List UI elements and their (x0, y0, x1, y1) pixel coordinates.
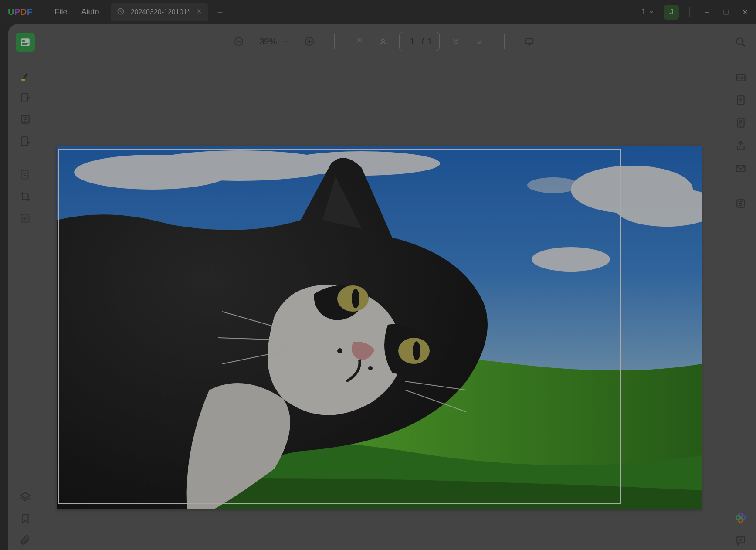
bookmark-tool[interactable] (16, 509, 35, 528)
tab-title: 20240320-120101* (131, 8, 190, 16)
zoom-label: 39% (255, 37, 281, 47)
separator (19, 158, 31, 158)
last-page-button[interactable] (472, 34, 487, 49)
svg-rect-15 (21, 93, 27, 102)
separator (735, 186, 747, 186)
save-tool[interactable] (731, 194, 750, 213)
page-input[interactable]: / 1 (399, 32, 440, 51)
left-sidebar: ab (8, 24, 43, 550)
svg-rect-32 (737, 119, 744, 127)
convert-tool[interactable] (731, 91, 750, 110)
window-count-label: 1 (641, 7, 646, 17)
highlight-tool[interactable] (16, 66, 35, 85)
zoom-dropdown[interactable]: 39% (255, 37, 293, 47)
comment-tool[interactable] (16, 132, 35, 151)
svg-point-27 (736, 38, 743, 44)
document-icon (117, 7, 125, 17)
titlebar-right: 1 J (638, 5, 752, 20)
svg-point-66 (352, 289, 359, 308)
maximize-button[interactable] (719, 6, 732, 19)
svg-rect-33 (739, 122, 742, 125)
separator (504, 34, 505, 49)
svg-point-63 (337, 348, 342, 353)
redact-tool[interactable] (16, 165, 35, 184)
email-tool[interactable] (731, 159, 750, 178)
svg-line-1 (118, 9, 123, 14)
svg-point-68 (413, 341, 420, 360)
crop-tool[interactable] (16, 187, 35, 206)
svg-text:ab: ab (23, 216, 28, 221)
svg-rect-21 (21, 170, 28, 179)
separator (19, 59, 31, 59)
layers-tool[interactable] (16, 487, 35, 506)
form-tool[interactable]: ab (16, 209, 35, 228)
top-toolbar: 39% / 1 (43, 24, 725, 59)
svg-rect-14 (21, 79, 25, 81)
avatar-initial: J (669, 7, 674, 17)
chevron-down-icon (284, 39, 289, 44)
prev-page-button[interactable] (376, 34, 390, 49)
svg-point-64 (368, 366, 373, 370)
svg-rect-11 (22, 40, 25, 42)
next-page-button[interactable] (448, 34, 463, 49)
svg-marker-26 (20, 492, 30, 498)
user-avatar[interactable]: J (664, 5, 679, 20)
zoom-out-button[interactable] (231, 34, 246, 49)
titlebar: UPDF File Aiuto 20240320-120101* 1 J (0, 0, 756, 24)
page-separator: / (421, 37, 424, 47)
edit-tool[interactable] (16, 88, 35, 107)
close-button[interactable] (739, 6, 752, 19)
document-tab[interactable]: 20240320-120101* (111, 3, 208, 21)
canvas-area[interactable] (43, 59, 725, 550)
app-logo: UPDF (8, 7, 32, 17)
document-page[interactable] (57, 146, 702, 509)
first-page-button[interactable] (352, 34, 367, 49)
zoom-in-button[interactable] (302, 34, 317, 49)
svg-marker-46 (285, 41, 288, 43)
tab-close-button[interactable] (196, 8, 202, 16)
page-current-input[interactable] (407, 37, 418, 47)
page-tool[interactable] (16, 110, 35, 129)
svg-text:OCR: OCR (736, 76, 745, 80)
ocr-tool[interactable]: OCR (731, 68, 750, 87)
svg-rect-37 (739, 200, 743, 201)
new-tab-button[interactable] (214, 6, 227, 19)
svg-line-28 (742, 44, 745, 47)
separator (334, 34, 335, 49)
menu-help[interactable]: Aiuto (74, 5, 106, 19)
svg-point-62 (527, 177, 580, 193)
window-count-dropdown[interactable]: 1 (638, 6, 658, 18)
attachment-tool[interactable] (16, 531, 35, 550)
svg-point-36 (739, 203, 742, 206)
search-tool[interactable] (731, 33, 750, 52)
separator (689, 7, 690, 17)
minimize-button[interactable] (700, 6, 713, 19)
reader-tool[interactable] (16, 33, 35, 52)
protect-tool[interactable] (731, 113, 750, 132)
right-sidebar: OCR (725, 24, 756, 550)
document-image (57, 146, 702, 509)
svg-rect-7 (724, 10, 728, 14)
svg-rect-52 (526, 39, 533, 44)
separator (43, 7, 43, 17)
presentation-button[interactable] (522, 34, 537, 49)
workspace: ab OCR (8, 24, 756, 550)
svg-point-41 (736, 516, 741, 520)
share-tool[interactable] (731, 136, 750, 155)
comments-panel-tool[interactable] (731, 531, 750, 550)
menu-file[interactable]: File (47, 5, 74, 19)
tab-bar: 20240320-120101* (111, 3, 227, 21)
svg-point-59 (532, 247, 610, 272)
page-total: 1 (427, 37, 432, 47)
separator (735, 60, 747, 60)
ai-assistant-tool[interactable] (731, 508, 750, 527)
